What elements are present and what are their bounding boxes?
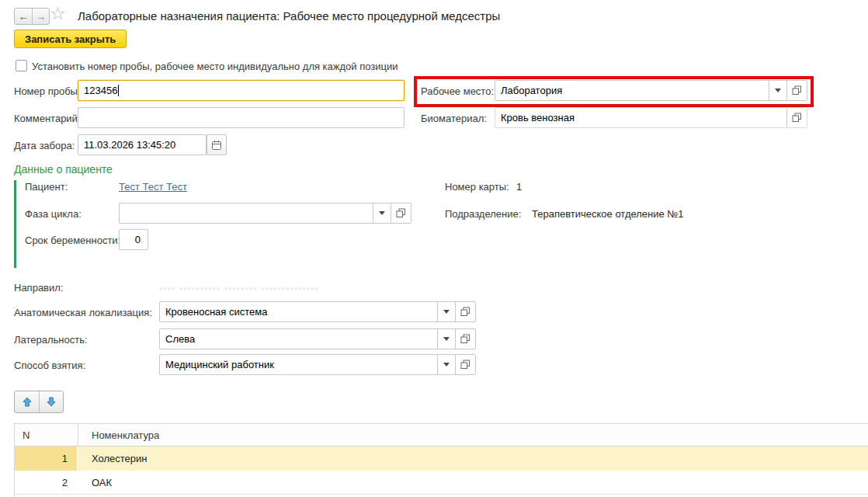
open-overlap-squares-icon [460, 307, 470, 317]
cycle-phase-field[interactable] [119, 203, 411, 224]
move-row-down-button[interactable] [39, 391, 63, 412]
laterality-label: Латеральность: [14, 334, 88, 346]
collection-date-label: Дата забора: [14, 140, 75, 152]
workplace-label: Рабочее место: [421, 85, 494, 98]
column-header-nomenclature[interactable]: Номенклатура [78, 424, 868, 446]
nomenclature-cell: Холестерин [78, 447, 868, 471]
save-close-button[interactable]: Записать закрыть [14, 30, 127, 48]
collection-date-input[interactable]: 11.03.2026 13:45:20 [78, 134, 207, 155]
patient-link[interactable]: Тест Тест Тест [119, 181, 187, 193]
biomaterial-value: Кровь венозная [495, 108, 786, 127]
arrow-left-icon: ← [19, 11, 29, 23]
anatomical-localization-field[interactable]: Кровеносная система [159, 301, 476, 322]
collection-method-field[interactable]: Медицинский работник [159, 354, 476, 375]
card-number-value: 1 [516, 181, 522, 193]
card-number-label: Номер карты: [445, 181, 509, 193]
sample-number-input[interactable]: 123456 [78, 80, 404, 101]
workplace-value: Лаборатория [495, 81, 769, 100]
row-number-cell: 2 [15, 471, 78, 494]
pregnancy-term-value: 0 [120, 230, 148, 249]
anatomical-localization-label: Анатомическая локализация: [14, 307, 152, 319]
workplace-open-button[interactable] [786, 81, 807, 100]
department-label: Подразделение: [445, 208, 521, 221]
chevron-down-icon [443, 337, 450, 341]
collection-date-value: 11.03.2026 13:45:20 [78, 135, 206, 155]
individual-position-checkbox-label[interactable]: Установить номер пробы, рабочее место ин… [32, 61, 398, 73]
comment-value [78, 108, 404, 127]
favorite-star-icon[interactable]: ☆ [50, 3, 66, 23]
table-header-row: N Номенклатура [15, 423, 868, 447]
column-header-n[interactable]: N [15, 424, 78, 446]
forward-button[interactable]: → [32, 9, 49, 24]
collection-method-value: Медицинский работник [160, 355, 437, 374]
patient-section-title: Данные о пациенте [14, 163, 113, 176]
laterality-value: Слева [160, 329, 437, 349]
chevron-down-icon [775, 89, 781, 92]
arrow-right-icon: → [36, 11, 46, 23]
comment-input[interactable] [78, 107, 404, 128]
move-row-up-button[interactable] [15, 391, 39, 412]
laterality-dropdown-button[interactable] [437, 329, 455, 349]
calendar-button[interactable] [207, 134, 227, 155]
chevron-down-icon [443, 363, 450, 367]
biomaterial-label: Биоматериал: [421, 113, 487, 125]
page-title: Лабораторные назначения пациента: Рабоче… [78, 9, 500, 23]
anatomical-localization-value: Кровеносная система [160, 302, 437, 321]
pregnancy-term-label: Срок беременности: [25, 235, 120, 247]
section-accent-bar [14, 180, 16, 268]
open-overlap-squares-icon [460, 360, 470, 370]
open-overlap-squares-icon [792, 85, 802, 96]
blue-arrow-down-icon [46, 397, 57, 407]
collection-method-open-button[interactable] [455, 355, 475, 374]
comment-label: Комментарий: [14, 113, 81, 125]
individual-position-checkbox[interactable] [16, 60, 27, 71]
row-number-cell: 1 [15, 447, 78, 471]
biomaterial-field[interactable]: Кровь венозная [495, 107, 807, 128]
workplace-field[interactable]: Лаборатория [495, 80, 807, 101]
blue-arrow-up-icon [22, 397, 33, 407]
cycle-phase-value [120, 203, 373, 223]
patient-label: Пациент: [25, 181, 68, 193]
back-button[interactable]: ← [15, 9, 32, 24]
cycle-phase-dropdown-button[interactable] [373, 203, 391, 223]
biomaterial-open-button[interactable] [786, 108, 807, 127]
open-overlap-squares-icon [460, 334, 470, 344]
chevron-down-icon [443, 310, 450, 314]
cycle-phase-open-button[interactable] [391, 203, 411, 223]
collection-method-dropdown-button[interactable] [437, 355, 455, 374]
cycle-phase-label: Фаза цикла: [25, 208, 82, 221]
anatomical-localization-open-button[interactable] [455, 302, 475, 321]
referral-label: Направил: [14, 282, 63, 294]
nomenclature-table: N Номенклатура 1 Холестерин 2 ОАК [14, 423, 868, 497]
nomenclature-cell: ОАК [78, 471, 868, 494]
open-overlap-squares-icon [792, 113, 802, 123]
text-caret [118, 85, 119, 96]
anatomical-localization-dropdown-button[interactable] [437, 302, 455, 321]
sample-number-label: Номер пробы: [14, 85, 81, 98]
collection-method-label: Способ взятия: [14, 360, 85, 372]
department-value: Терапевтическое отделение №1 [532, 208, 684, 221]
table-row[interactable]: 2 ОАК [15, 471, 868, 495]
pregnancy-term-input[interactable]: 0 [119, 229, 148, 250]
calendar-icon [211, 140, 222, 151]
referral-value-blurred: ···· ·········· ········ ·············· [159, 282, 319, 294]
nav-history-group: ← → [14, 8, 50, 25]
table-row[interactable]: 1 Холестерин [15, 447, 868, 471]
laterality-field[interactable]: Слева [159, 328, 476, 349]
workplace-dropdown-button[interactable] [769, 81, 786, 100]
sample-number-value: 123456 [78, 81, 118, 100]
open-overlap-squares-icon [396, 208, 406, 218]
chevron-down-icon [379, 211, 385, 215]
laterality-open-button[interactable] [455, 329, 475, 349]
row-move-button-group [14, 391, 64, 413]
